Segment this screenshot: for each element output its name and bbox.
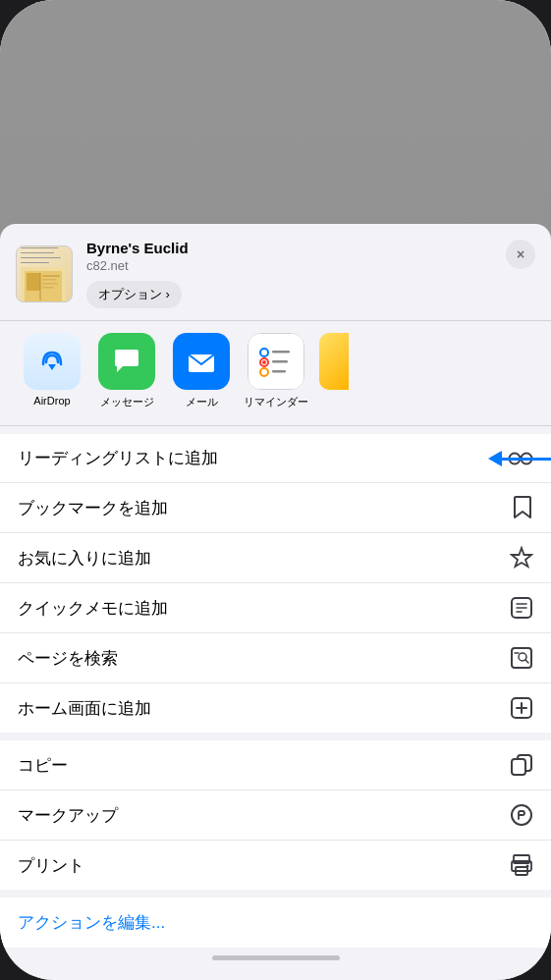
app-item-airdrop[interactable]: AirDrop (16, 329, 88, 413)
airdrop-icon (24, 333, 81, 390)
apps-scroll: AirDrop メッセージ (0, 329, 551, 413)
svg-rect-31 (512, 759, 525, 775)
book-title: Byrne's Euclid (86, 240, 535, 256)
close-button[interactable]: × (506, 240, 535, 269)
first-action-wrapper: リーディングリストに追加 (0, 434, 551, 483)
action-group-2: コピー マークアップ (0, 740, 551, 890)
action-label-markup: マークアップ (18, 804, 118, 827)
svg-point-36 (526, 865, 529, 868)
action-label-quick-note: クイックメモに追加 (18, 597, 168, 620)
share-sheet: Byrne's Euclid c82.net オプション › × (0, 224, 551, 980)
copy-icon (510, 753, 533, 777)
action-item-copy[interactable]: コピー (0, 740, 551, 790)
app-item-messages[interactable]: メッセージ (90, 329, 163, 413)
svg-rect-17 (272, 360, 288, 363)
action-label-favorites: お気に入りに追加 (18, 547, 151, 570)
add-home-icon (510, 696, 533, 720)
star-icon (510, 546, 533, 570)
svg-rect-14 (272, 351, 290, 354)
app-item-reminders[interactable]: リマインダー (240, 329, 312, 413)
action-label-bookmark: ブックマークを追加 (18, 497, 168, 519)
svg-point-16 (262, 360, 266, 364)
markup-icon (510, 803, 533, 827)
action-label-copy: コピー (18, 754, 68, 777)
svg-rect-4 (42, 275, 60, 277)
edit-actions: アクションを編集... (0, 898, 551, 948)
options-button[interactable]: オプション › (86, 281, 182, 308)
home-indicator (212, 955, 340, 960)
action-item-favorites[interactable]: お気に入りに追加 (0, 533, 551, 583)
book-url: c82.net (86, 258, 535, 273)
book-info: Byrne's Euclid c82.net オプション › (86, 240, 535, 308)
sheet-header: Byrne's Euclid c82.net オプション › × (0, 224, 551, 320)
mail-icon (173, 333, 230, 390)
svg-rect-19 (272, 370, 286, 373)
phone-frame: 9:41 (0, 0, 551, 980)
bookmark-icon (512, 496, 533, 519)
print-icon (510, 853, 533, 877)
action-label-find-page: ページを検索 (18, 647, 118, 670)
app-label-mail: メール (186, 395, 218, 409)
action-label-print: プリント (18, 854, 84, 877)
action-item-bookmark[interactable]: ブックマークを追加 (0, 483, 551, 533)
book-thumbnail (16, 245, 73, 302)
more-app-icon (319, 333, 349, 390)
svg-point-8 (34, 344, 70, 379)
messages-icon (98, 333, 155, 390)
apps-section: AirDrop メッセージ (0, 320, 551, 426)
app-label-reminders: リマインダー (244, 395, 308, 409)
action-group-1: リーディングリストに追加 (0, 434, 551, 733)
svg-rect-6 (42, 283, 58, 285)
action-item-reading-list[interactable]: リーディングリストに追加 (0, 434, 551, 483)
action-item-markup[interactable]: マークアップ (0, 790, 551, 841)
svg-rect-2 (27, 273, 40, 291)
quick-note-icon (510, 596, 533, 620)
action-label-home-screen: ホーム画面に追加 (18, 697, 151, 720)
action-item-quick-note[interactable]: クイックメモに追加 (0, 583, 551, 633)
app-item-more[interactable] (314, 329, 354, 413)
action-item-find-page[interactable]: ページを検索 (0, 633, 551, 683)
app-label-messages: メッセージ (100, 395, 154, 409)
svg-rect-5 (42, 279, 56, 281)
edit-actions-link[interactable]: アクションを編集... (18, 913, 165, 932)
reminders-icon (248, 333, 304, 390)
search-page-icon (510, 646, 533, 670)
svg-line-25 (525, 660, 528, 663)
action-item-print[interactable]: プリント (0, 841, 551, 890)
action-item-home-screen[interactable]: ホーム画面に追加 (0, 683, 551, 733)
svg-rect-7 (42, 287, 54, 289)
action-label-reading-list: リーディングリストに追加 (18, 447, 218, 469)
app-label-airdrop: AirDrop (33, 395, 70, 407)
svg-rect-23 (512, 648, 531, 668)
app-item-mail[interactable]: メール (165, 329, 238, 413)
phone-screen: 9:41 (0, 0, 551, 980)
blue-arrow-annotation (488, 451, 551, 466)
